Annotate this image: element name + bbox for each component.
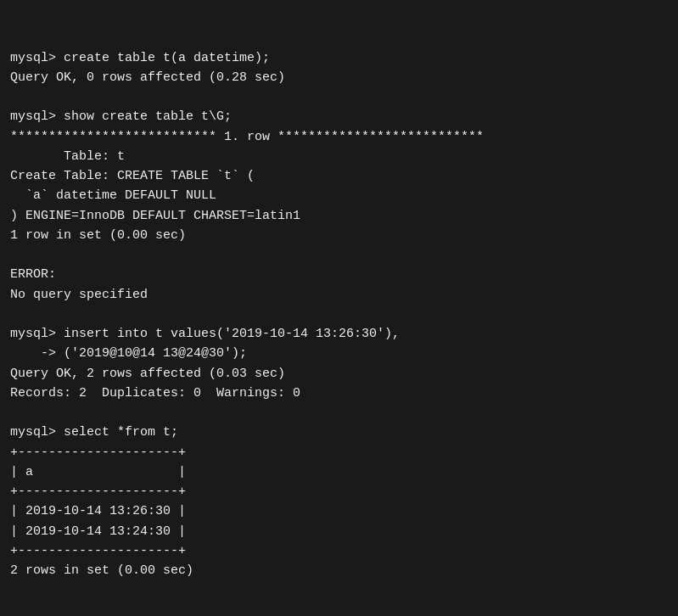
terminal-window[interactable]: mysql> create table t(a datetime); Query… — [0, 0, 678, 616]
terminal-content: mysql> create table t(a datetime); Query… — [10, 48, 668, 581]
